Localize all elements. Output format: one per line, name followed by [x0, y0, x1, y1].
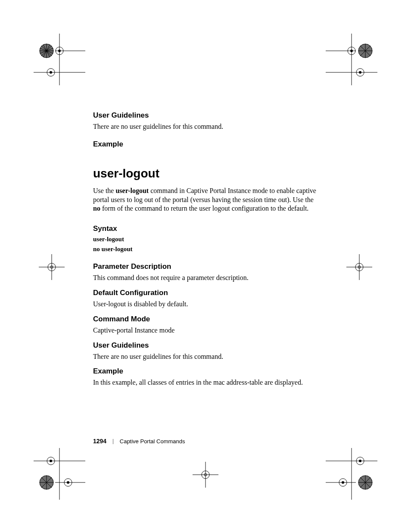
svg-line-46	[41, 477, 52, 488]
svg-line-9	[40, 48, 53, 53]
svg-point-1	[40, 44, 53, 58]
svg-line-7	[43, 44, 50, 57]
svg-point-13	[58, 50, 61, 52]
svg-line-66	[360, 477, 371, 488]
intro-post: form of the command to return the user l…	[100, 205, 308, 212]
svg-point-40	[47, 457, 55, 465]
regmark-icon	[34, 34, 85, 85]
footer-page-number: 1294	[93, 438, 106, 445]
svg-point-53	[202, 471, 209, 479]
page-footer: 1294 | Captive Portal Commands	[93, 438, 185, 445]
svg-point-19	[348, 47, 355, 55]
intro-bold2: no	[93, 205, 100, 212]
regmark-icon	[346, 254, 372, 280]
svg-point-62	[358, 476, 372, 489]
heading-parameter-description: Parameter Description	[93, 262, 321, 271]
svg-point-0	[40, 44, 53, 58]
svg-point-42	[40, 476, 53, 489]
svg-point-41	[50, 460, 52, 462]
intro-bold1: user-logout	[115, 187, 149, 194]
regmark-icon	[34, 448, 85, 500]
svg-point-29	[359, 71, 361, 74]
regmark-icon	[326, 448, 377, 500]
svg-point-63	[358, 476, 372, 489]
heading-command-mode: Command Mode	[93, 315, 321, 324]
svg-point-15	[47, 68, 55, 76]
heading-example-top: Example	[93, 140, 321, 149]
syntax-line-1: user-logout	[93, 236, 321, 243]
regmark-icon	[39, 254, 65, 280]
text-default-configuration: User-logout is disabled by default.	[93, 300, 321, 309]
svg-line-26	[360, 46, 371, 56]
text-user-guidelines-top: There are no user guidelines for this co…	[93, 122, 321, 131]
svg-point-32	[48, 263, 56, 271]
svg-line-47	[41, 477, 52, 488]
svg-point-57	[356, 457, 364, 465]
heading-example-bottom: Example	[93, 367, 321, 376]
text-command-mode: Captive-portal Instance mode	[93, 326, 321, 335]
svg-point-60	[339, 479, 347, 486]
text-example-bottom: In this example, all classes of entries …	[93, 378, 321, 387]
heading-user-guidelines-top: User Guidelines	[93, 111, 321, 120]
page-content: User Guidelines There are no user guidel…	[93, 111, 321, 396]
svg-line-5	[41, 46, 52, 56]
svg-point-37	[358, 266, 361, 268]
svg-point-12	[56, 47, 63, 55]
svg-point-61	[342, 481, 344, 484]
svg-point-28	[356, 68, 364, 76]
intro-pre: Use the	[93, 187, 115, 194]
regmark-icon	[326, 34, 377, 85]
svg-point-49	[64, 479, 72, 486]
svg-line-8	[40, 48, 53, 53]
svg-point-58	[359, 460, 361, 462]
svg-point-16	[50, 71, 52, 74]
footer-section-title: Captive Portal Commands	[120, 438, 185, 445]
heading-command-title: user-logout	[93, 167, 321, 180]
heading-default-configuration: Default Configuration	[93, 289, 321, 297]
svg-point-22	[358, 44, 372, 58]
svg-point-36	[355, 263, 363, 271]
svg-line-67	[360, 477, 371, 488]
footer-separator: |	[112, 438, 114, 445]
svg-line-6	[43, 44, 50, 57]
text-user-guidelines-bottom: There are no user guidelines for this co…	[93, 352, 321, 361]
svg-point-50	[67, 481, 69, 484]
heading-syntax: Syntax	[93, 224, 321, 233]
svg-point-54	[204, 473, 207, 476]
svg-line-25	[360, 46, 371, 56]
svg-point-20	[350, 50, 353, 52]
svg-point-21	[358, 44, 372, 58]
svg-line-4	[41, 46, 52, 56]
text-command-intro: Use the user-logout command in Captive P…	[93, 187, 321, 213]
text-parameter-description: This command does not require a paramete…	[93, 274, 321, 283]
regmark-icon	[193, 462, 218, 488]
svg-point-43	[40, 476, 53, 489]
heading-user-guidelines-bottom: User Guidelines	[93, 341, 321, 350]
syntax-line-2: no user-logout	[93, 246, 321, 253]
svg-point-33	[50, 266, 53, 268]
